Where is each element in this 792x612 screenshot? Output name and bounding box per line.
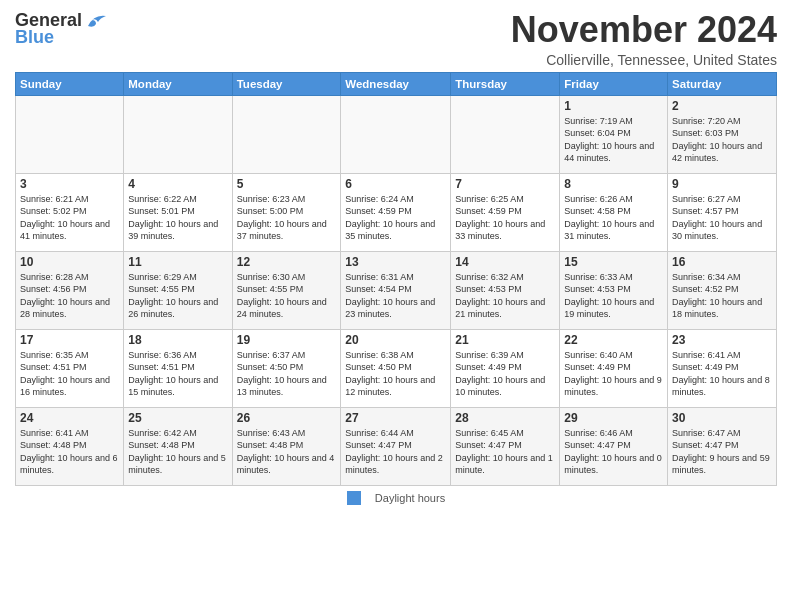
day-number: 16	[672, 255, 772, 269]
calendar-week-row: 17Sunrise: 6:35 AM Sunset: 4:51 PM Dayli…	[16, 329, 777, 407]
day-number: 6	[345, 177, 446, 191]
day-info: Sunrise: 7:20 AM Sunset: 6:03 PM Dayligh…	[672, 115, 772, 165]
calendar-cell: 4Sunrise: 6:22 AM Sunset: 5:01 PM Daylig…	[124, 173, 232, 251]
calendar-week-row: 3Sunrise: 6:21 AM Sunset: 5:02 PM Daylig…	[16, 173, 777, 251]
day-info: Sunrise: 6:43 AM Sunset: 4:48 PM Dayligh…	[237, 427, 337, 477]
day-info: Sunrise: 7:19 AM Sunset: 6:04 PM Dayligh…	[564, 115, 663, 165]
day-info: Sunrise: 6:41 AM Sunset: 4:48 PM Dayligh…	[20, 427, 119, 477]
weekday-header: Sunday	[16, 72, 124, 95]
day-number: 28	[455, 411, 555, 425]
footer: Daylight hours	[15, 491, 777, 505]
logo-bird-icon	[86, 12, 108, 30]
calendar-cell: 3Sunrise: 6:21 AM Sunset: 5:02 PM Daylig…	[16, 173, 124, 251]
day-number: 13	[345, 255, 446, 269]
calendar-header-row: SundayMondayTuesdayWednesdayThursdayFrid…	[16, 72, 777, 95]
day-number: 12	[237, 255, 337, 269]
day-number: 9	[672, 177, 772, 191]
logo-blue: Blue	[15, 27, 54, 48]
calendar-cell: 23Sunrise: 6:41 AM Sunset: 4:49 PM Dayli…	[668, 329, 777, 407]
day-info: Sunrise: 6:46 AM Sunset: 4:47 PM Dayligh…	[564, 427, 663, 477]
day-info: Sunrise: 6:39 AM Sunset: 4:49 PM Dayligh…	[455, 349, 555, 399]
calendar-cell: 24Sunrise: 6:41 AM Sunset: 4:48 PM Dayli…	[16, 407, 124, 485]
day-number: 2	[672, 99, 772, 113]
calendar-cell: 17Sunrise: 6:35 AM Sunset: 4:51 PM Dayli…	[16, 329, 124, 407]
day-number: 19	[237, 333, 337, 347]
calendar-table: SundayMondayTuesdayWednesdayThursdayFrid…	[15, 72, 777, 486]
calendar-cell: 8Sunrise: 6:26 AM Sunset: 4:58 PM Daylig…	[560, 173, 668, 251]
calendar-cell	[341, 95, 451, 173]
calendar-cell: 25Sunrise: 6:42 AM Sunset: 4:48 PM Dayli…	[124, 407, 232, 485]
calendar-week-row: 10Sunrise: 6:28 AM Sunset: 4:56 PM Dayli…	[16, 251, 777, 329]
calendar-cell: 28Sunrise: 6:45 AM Sunset: 4:47 PM Dayli…	[451, 407, 560, 485]
day-info: Sunrise: 6:21 AM Sunset: 5:02 PM Dayligh…	[20, 193, 119, 243]
calendar-cell: 7Sunrise: 6:25 AM Sunset: 4:59 PM Daylig…	[451, 173, 560, 251]
legend-label: Daylight hours	[375, 492, 445, 504]
weekday-header: Monday	[124, 72, 232, 95]
calendar-cell: 13Sunrise: 6:31 AM Sunset: 4:54 PM Dayli…	[341, 251, 451, 329]
calendar-cell: 1Sunrise: 7:19 AM Sunset: 6:04 PM Daylig…	[560, 95, 668, 173]
day-number: 3	[20, 177, 119, 191]
day-info: Sunrise: 6:24 AM Sunset: 4:59 PM Dayligh…	[345, 193, 446, 243]
day-number: 14	[455, 255, 555, 269]
day-number: 21	[455, 333, 555, 347]
weekday-header: Wednesday	[341, 72, 451, 95]
day-info: Sunrise: 6:26 AM Sunset: 4:58 PM Dayligh…	[564, 193, 663, 243]
calendar-cell: 30Sunrise: 6:47 AM Sunset: 4:47 PM Dayli…	[668, 407, 777, 485]
day-info: Sunrise: 6:34 AM Sunset: 4:52 PM Dayligh…	[672, 271, 772, 321]
day-number: 27	[345, 411, 446, 425]
day-number: 7	[455, 177, 555, 191]
day-info: Sunrise: 6:30 AM Sunset: 4:55 PM Dayligh…	[237, 271, 337, 321]
day-number: 30	[672, 411, 772, 425]
calendar-cell: 16Sunrise: 6:34 AM Sunset: 4:52 PM Dayli…	[668, 251, 777, 329]
day-info: Sunrise: 6:23 AM Sunset: 5:00 PM Dayligh…	[237, 193, 337, 243]
calendar-cell: 20Sunrise: 6:38 AM Sunset: 4:50 PM Dayli…	[341, 329, 451, 407]
calendar-cell: 29Sunrise: 6:46 AM Sunset: 4:47 PM Dayli…	[560, 407, 668, 485]
day-number: 29	[564, 411, 663, 425]
calendar-cell	[232, 95, 341, 173]
day-number: 5	[237, 177, 337, 191]
calendar-cell: 27Sunrise: 6:44 AM Sunset: 4:47 PM Dayli…	[341, 407, 451, 485]
day-number: 22	[564, 333, 663, 347]
day-info: Sunrise: 6:45 AM Sunset: 4:47 PM Dayligh…	[455, 427, 555, 477]
day-info: Sunrise: 6:38 AM Sunset: 4:50 PM Dayligh…	[345, 349, 446, 399]
day-info: Sunrise: 6:28 AM Sunset: 4:56 PM Dayligh…	[20, 271, 119, 321]
title-block: November 2024 Collierville, Tennessee, U…	[511, 10, 777, 68]
day-number: 15	[564, 255, 663, 269]
legend-box	[347, 491, 361, 505]
calendar-cell: 21Sunrise: 6:39 AM Sunset: 4:49 PM Dayli…	[451, 329, 560, 407]
calendar-cell: 18Sunrise: 6:36 AM Sunset: 4:51 PM Dayli…	[124, 329, 232, 407]
calendar-cell: 10Sunrise: 6:28 AM Sunset: 4:56 PM Dayli…	[16, 251, 124, 329]
day-number: 10	[20, 255, 119, 269]
day-info: Sunrise: 6:31 AM Sunset: 4:54 PM Dayligh…	[345, 271, 446, 321]
day-info: Sunrise: 6:22 AM Sunset: 5:01 PM Dayligh…	[128, 193, 227, 243]
calendar-cell: 14Sunrise: 6:32 AM Sunset: 4:53 PM Dayli…	[451, 251, 560, 329]
day-number: 11	[128, 255, 227, 269]
day-number: 18	[128, 333, 227, 347]
month-title: November 2024	[511, 10, 777, 50]
day-number: 23	[672, 333, 772, 347]
weekday-header: Friday	[560, 72, 668, 95]
calendar-cell: 26Sunrise: 6:43 AM Sunset: 4:48 PM Dayli…	[232, 407, 341, 485]
day-number: 26	[237, 411, 337, 425]
day-info: Sunrise: 6:37 AM Sunset: 4:50 PM Dayligh…	[237, 349, 337, 399]
day-info: Sunrise: 6:40 AM Sunset: 4:49 PM Dayligh…	[564, 349, 663, 399]
day-info: Sunrise: 6:36 AM Sunset: 4:51 PM Dayligh…	[128, 349, 227, 399]
weekday-header: Tuesday	[232, 72, 341, 95]
day-number: 8	[564, 177, 663, 191]
day-info: Sunrise: 6:33 AM Sunset: 4:53 PM Dayligh…	[564, 271, 663, 321]
calendar-cell: 5Sunrise: 6:23 AM Sunset: 5:00 PM Daylig…	[232, 173, 341, 251]
day-number: 25	[128, 411, 227, 425]
weekday-header: Saturday	[668, 72, 777, 95]
day-info: Sunrise: 6:44 AM Sunset: 4:47 PM Dayligh…	[345, 427, 446, 477]
calendar-cell: 22Sunrise: 6:40 AM Sunset: 4:49 PM Dayli…	[560, 329, 668, 407]
calendar-cell: 12Sunrise: 6:30 AM Sunset: 4:55 PM Dayli…	[232, 251, 341, 329]
day-number: 24	[20, 411, 119, 425]
day-number: 1	[564, 99, 663, 113]
calendar-cell: 11Sunrise: 6:29 AM Sunset: 4:55 PM Dayli…	[124, 251, 232, 329]
day-number: 4	[128, 177, 227, 191]
day-number: 20	[345, 333, 446, 347]
header: General Blue November 2024 Collierville,…	[15, 10, 777, 68]
weekday-header: Thursday	[451, 72, 560, 95]
calendar-week-row: 1Sunrise: 7:19 AM Sunset: 6:04 PM Daylig…	[16, 95, 777, 173]
calendar-cell: 2Sunrise: 7:20 AM Sunset: 6:03 PM Daylig…	[668, 95, 777, 173]
